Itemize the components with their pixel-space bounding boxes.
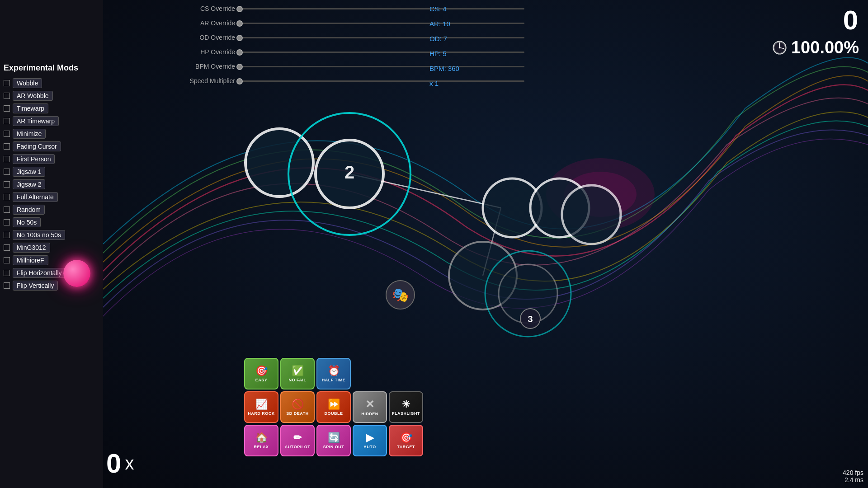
mod-checkbox-jigsaw-1[interactable]	[4, 169, 10, 175]
fps-counter: 420 fps 2.4 ms	[843, 469, 863, 483]
mod-checkbox-ming3012[interactable]	[4, 244, 10, 251]
od-override-row: OD Override	[172, 31, 524, 44]
mod-item-full-alternate[interactable]: Full Alternate	[4, 192, 99, 202]
mod-label-no-100s-no-50s: No 100s no 50s	[13, 230, 65, 240]
mod-checkbox-no-100s-no-50s[interactable]	[4, 232, 10, 238]
mod-item-ar-wobble[interactable]: AR Wobble	[4, 91, 99, 101]
hidden-mod-label: HIDDEN	[361, 412, 378, 416]
mod-label-random: Random	[13, 205, 45, 215]
ar-override-handle[interactable]	[236, 20, 243, 27]
mod-label-wobble: Wobble	[13, 78, 42, 88]
mod-checkbox-flip-vertically[interactable]	[4, 282, 10, 289]
mod-checkbox-flip-horizontally[interactable]	[4, 270, 10, 276]
target-mod-label: TARGET	[397, 445, 415, 449]
svg-text:3: 3	[528, 314, 533, 324]
hardrock-mod-label: HARD ROCK	[248, 411, 275, 416]
mod-checkbox-minimize[interactable]	[4, 131, 10, 137]
mod-item-wobble[interactable]: Wobble	[4, 78, 99, 88]
score-display: 0	[772, 5, 859, 36]
svg-point-20	[779, 47, 781, 49]
svg-point-10	[562, 185, 621, 244]
easy-mod-icon: 🎯	[255, 365, 268, 377]
mod-item-timewarp[interactable]: Timewarp	[4, 103, 99, 113]
mod-checkbox-ar-timewarp[interactable]	[4, 118, 10, 124]
score-area: 0 100.00%	[772, 5, 859, 57]
mod-item-minimize[interactable]: Minimize	[4, 129, 99, 139]
accuracy-area: 100.00%	[772, 38, 859, 57]
speed-multiplier-handle[interactable]	[236, 78, 243, 84]
speed-multiplier-row: Speed Multiplier	[172, 75, 524, 87]
mod-checkbox-random[interactable]	[4, 206, 10, 213]
hidden-mod-icon: ✕	[365, 398, 374, 411]
target-mod-button[interactable]: 🎯 TARGET	[389, 425, 423, 456]
accuracy-display: 100.00%	[791, 38, 859, 57]
autopilot-mod-icon: ✏	[293, 432, 302, 444]
mod-item-fading-cursor[interactable]: Fading Cursor	[4, 141, 99, 151]
hardrock-mod-button[interactable]: 📈 HARD ROCK	[244, 391, 278, 423]
halftime-mod-button[interactable]: ⏰ HALF TIME	[316, 358, 351, 389]
hardrock-mod-icon: 📈	[255, 399, 268, 410]
cs-override-handle[interactable]	[236, 6, 243, 12]
mod-label-timewarp: Timewarp	[13, 103, 48, 113]
mod-item-ar-timewarp[interactable]: AR Timewarp	[4, 116, 99, 126]
mod-item-no-100s-no-50s[interactable]: No 100s no 50s	[4, 230, 99, 240]
mod-checkbox-first-person[interactable]	[4, 156, 10, 162]
mod-label-jigsaw-1: Jigsaw 1	[13, 167, 45, 177]
mod-label-ar-timewarp: AR Timewarp	[13, 116, 59, 126]
spinout-mod-button[interactable]: 🔄 SPIN OUT	[316, 425, 351, 456]
mod-item-ming3012[interactable]: MinG3012	[4, 243, 99, 253]
hp-override-track[interactable]	[240, 52, 524, 53]
relax-mod-button[interactable]: 🏠 RELAX	[244, 425, 278, 456]
mod-checkbox-no-50s[interactable]	[4, 219, 10, 225]
speed-multiplier-label: Speed Multiplier	[172, 77, 235, 84]
od-override-label: OD Override	[172, 34, 235, 41]
mod-checkbox-jigsaw-2[interactable]	[4, 181, 10, 188]
combo-number: 0	[106, 448, 121, 479]
hp-override-handle[interactable]	[236, 49, 243, 56]
od-value: OD: 7	[429, 32, 459, 45]
speed-multiplier-track[interactable]	[240, 80, 524, 82]
flashlight-mod-icon: ✳	[402, 399, 410, 410]
cs-override-row: CS Override	[172, 2, 524, 15]
mod-checkbox-wobble[interactable]	[4, 80, 10, 86]
od-override-handle[interactable]	[236, 35, 243, 41]
mod-item-random[interactable]: Random	[4, 205, 99, 215]
autopilot-mod-button[interactable]: ✏ AUTOPILOT	[280, 425, 315, 456]
bpm-override-track[interactable]	[240, 66, 524, 67]
halftime-mod-label: HALF TIME	[322, 378, 346, 382]
bpm-override-handle[interactable]	[236, 64, 243, 70]
double-mod-icon: ⏩	[328, 399, 340, 410]
mod-item-jigsaw-1[interactable]: Jigsaw 1	[4, 167, 99, 177]
cs-override-track[interactable]	[240, 8, 524, 9]
mod-label-ming3012: MinG3012	[13, 243, 50, 253]
clock-icon	[772, 40, 788, 56]
mod-item-no-50s[interactable]: No 50s	[4, 217, 99, 227]
combo-area: 0 x	[106, 448, 134, 479]
bpm-value: BPM: 360	[429, 62, 459, 75]
mod-label-ar-wobble: AR Wobble	[13, 91, 53, 101]
speed-multiplier-value: x 1	[429, 77, 459, 89]
mod-item-jigsaw-2[interactable]: Jigsaw 2	[4, 179, 99, 189]
nofail-mod-button[interactable]: ✅ NO FAIL	[280, 358, 315, 389]
mod-checkbox-full-alternate[interactable]	[4, 194, 10, 200]
mod-row-2: 📈 HARD ROCK 🚫 SD DEATH ⏩ DOUBLE ✕ HIDDEN…	[244, 391, 423, 423]
double-mod-button[interactable]: ⏩ DOUBLE	[316, 391, 351, 423]
hidden-mod-button[interactable]: ✕ HIDDEN	[353, 391, 387, 423]
mod-checkbox-fading-cursor[interactable]	[4, 143, 10, 150]
flashlight-mod-button[interactable]: ✳ FLASHLIGHT	[389, 391, 423, 423]
easy-mod-label: EASY	[255, 378, 268, 382]
ar-override-track[interactable]	[240, 23, 524, 24]
mod-checkbox-millhioref[interactable]	[4, 257, 10, 263]
mod-label-no-50s: No 50s	[13, 217, 41, 227]
auto-mod-button[interactable]: ▶ AUTO	[353, 425, 387, 456]
mod-item-first-person[interactable]: First Person	[4, 154, 99, 164]
mod-checkbox-ar-wobble[interactable]	[4, 93, 10, 99]
od-override-track[interactable]	[240, 37, 524, 38]
easy-mod-button[interactable]: 🎯 EASY	[244, 358, 278, 389]
suddendeath-mod-button[interactable]: 🚫 SD DEATH	[280, 391, 315, 423]
mod-checkbox-timewarp[interactable]	[4, 105, 10, 112]
spinout-mod-label: SPIN OUT	[323, 445, 344, 449]
relax-mod-label: RELAX	[254, 445, 269, 449]
nofail-mod-icon: ✅	[292, 365, 304, 377]
mod-row-1: 🎯 EASY ✅ NO FAIL ⏰ HALF TIME	[244, 358, 423, 389]
